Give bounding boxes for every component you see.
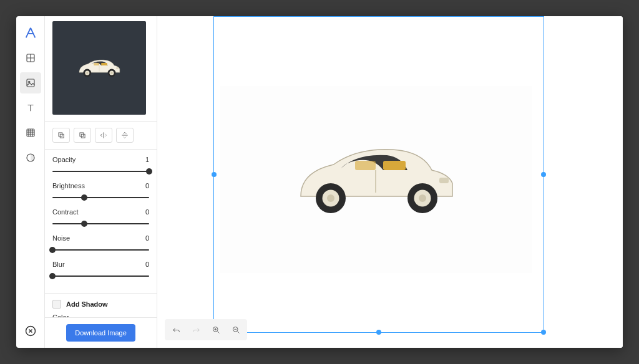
properties-scroll[interactable]: Opacity1Brightness0Contract0Noise0Blur0 … <box>45 16 157 317</box>
contract-value: 0 <box>145 208 149 216</box>
toolbar <box>16 16 45 348</box>
svg-rect-31 <box>80 133 84 136</box>
selection-handle-ml[interactable] <box>212 172 217 177</box>
bring-forward-button[interactable] <box>52 128 70 143</box>
selection-handle-mr[interactable] <box>541 172 546 177</box>
svg-rect-28 <box>59 133 62 136</box>
flip-horizontal-button[interactable] <box>95 128 112 143</box>
contract-label: Contract <box>52 208 79 216</box>
brightness-slider[interactable] <box>52 193 149 202</box>
noise-label: Noise <box>52 234 70 242</box>
image-tool-icon[interactable] <box>20 72 41 93</box>
canvas-image[interactable] <box>220 86 532 273</box>
download-image-button[interactable]: Download Image <box>66 324 135 342</box>
redo-button[interactable] <box>187 322 205 338</box>
layer-thumbnail[interactable] <box>52 21 146 115</box>
svg-rect-13 <box>27 79 34 87</box>
add-shadow-label: Add Shadow <box>66 300 108 308</box>
logo-icon[interactable] <box>20 22 41 44</box>
canvas-controls <box>165 319 247 340</box>
brightness-label: Brightness <box>52 182 85 189</box>
flip-vertical-button[interactable] <box>116 128 134 143</box>
contract-slider[interactable] <box>52 219 149 228</box>
send-backward-button[interactable] <box>74 128 91 143</box>
adjust-tool-icon[interactable] <box>20 147 41 168</box>
selection-handle-br[interactable] <box>541 330 546 335</box>
canvas[interactable] <box>157 16 623 348</box>
blur-value: 0 <box>145 261 149 268</box>
brightness-value: 0 <box>145 182 149 189</box>
layout-tool-icon[interactable] <box>20 47 41 69</box>
blur-label: Blur <box>52 261 65 268</box>
svg-rect-30 <box>81 134 85 138</box>
opacity-slider[interactable] <box>52 167 149 176</box>
add-shadow-checkbox[interactable] <box>52 300 61 309</box>
zoom-in-button[interactable] <box>207 322 225 338</box>
noise-value: 0 <box>145 234 149 242</box>
editor-window: Opacity1Brightness0Contract0Noise0Blur0 … <box>16 16 623 348</box>
opacity-label: Opacity <box>52 156 76 163</box>
blur-slider[interactable] <box>52 272 149 280</box>
svg-line-35 <box>217 331 219 333</box>
svg-line-39 <box>237 331 239 333</box>
properties-panel: Opacity1Brightness0Contract0Noise0Blur0 … <box>45 16 157 348</box>
selection-handle-bm[interactable] <box>376 330 381 335</box>
close-panel-button[interactable] <box>20 320 41 342</box>
svg-rect-29 <box>60 134 64 138</box>
zoom-out-button[interactable] <box>227 322 245 338</box>
pattern-tool-icon[interactable] <box>20 122 41 143</box>
opacity-value: 1 <box>145 156 149 163</box>
undo-button[interactable] <box>167 322 185 338</box>
text-tool-icon[interactable] <box>20 97 41 118</box>
noise-slider[interactable] <box>52 246 149 254</box>
